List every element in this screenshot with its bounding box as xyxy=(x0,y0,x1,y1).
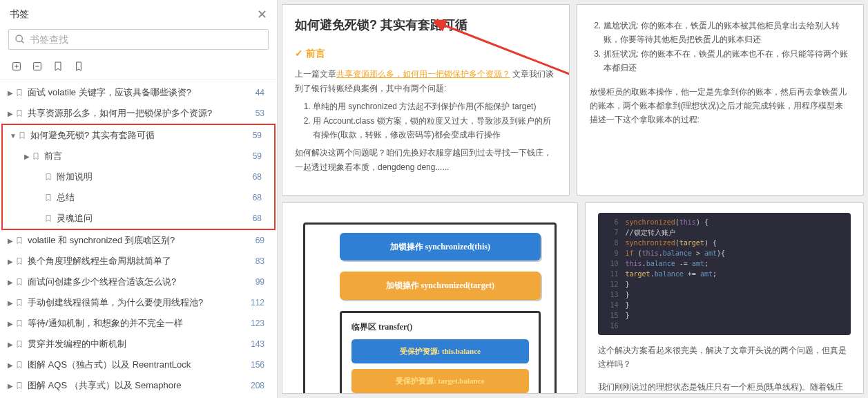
bookmark-item[interactable]: ▶前言59 xyxy=(3,146,274,167)
expand-arrow-icon[interactable]: ▶ xyxy=(7,278,14,286)
code-line: 9 if (this.balance > amt){ xyxy=(605,248,845,258)
search-input[interactable] xyxy=(30,34,262,45)
expand-arrow-icon[interactable]: ▶ xyxy=(7,237,14,245)
resource-this: 受保护资源: this.balance xyxy=(351,339,529,363)
expand-arrow-icon[interactable]: ▶ xyxy=(23,153,30,160)
resource-target: 受保护资源: target.balance xyxy=(351,369,529,393)
code-line: 13 } xyxy=(605,290,845,300)
bookmark-item[interactable]: 灵魂追问68 xyxy=(3,208,274,229)
bookmark-item[interactable]: ▶图解 AQS （共享式）以及 Semaphore208 xyxy=(0,375,277,396)
code-line: 15} xyxy=(605,310,845,321)
code-line: 7 //锁定转入账户 xyxy=(605,227,845,238)
article-panel[interactable]: 如何避免死锁? 其实有套路可循 前言 上一篇文章共享资源那么多，如何用一把锁保护… xyxy=(282,4,570,196)
bookmark-label: 等待/通知机制，和想象的并不完全一样 xyxy=(28,317,183,330)
section-heading: 前言 xyxy=(295,46,557,62)
expand-arrow-icon[interactable]: ▶ xyxy=(7,382,14,390)
highlighted-section: ▼如何避免死锁? 其实有套路可循59▶前言59附加说明68总结68灵魂追问68 xyxy=(1,124,276,230)
expand-arrow-icon[interactable]: ▼ xyxy=(10,132,17,140)
bookmark-icon[interactable] xyxy=(52,61,64,72)
bookmark-page: 143 xyxy=(251,339,269,349)
list-item: 尴尬状况: 你的账本在，铁蛋儿的账本被其他柜员拿出去给别人转账，你要等待其他柜员… xyxy=(604,19,851,47)
bookmark-page: 68 xyxy=(253,214,266,223)
article-para: 我们刚刚说过的理想状态是钱庄只有一个柜员(既单线程)。随着钱庄规模变大，墙上早已… xyxy=(598,380,851,394)
svg-point-0 xyxy=(16,35,22,41)
bookmark-page: 68 xyxy=(253,193,266,202)
bookmark-page: 156 xyxy=(251,360,269,370)
critical-section-box: 临界区 transfer() 受保护资源: this.balance 受保护资源… xyxy=(340,311,541,394)
list-item: 单纯的用 synchronized 方法起不到保护作用(不能保护 target) xyxy=(313,100,557,113)
article-para: 放慢柜员的取账本操作，他一定是先拿到你的账本，然后再去拿铁蛋儿的账本，两个账本都… xyxy=(590,85,851,127)
bookmark-item[interactable]: 总结68 xyxy=(3,187,274,208)
bookmark-item[interactable]: ▶面试 volatile 关键字，应该具备哪些谈资?44 xyxy=(0,82,277,103)
bookmark-item[interactable]: ▶手动创建线程很简单，为什么要使用线程池?112 xyxy=(0,292,277,313)
bookmark-page: 44 xyxy=(255,88,269,97)
critical-title: 临界区 transfer() xyxy=(351,320,529,334)
bookmark-label: 换个角度理解线程生命周期就简单了 xyxy=(28,255,171,267)
list-item: 用 Account.class 锁方案，锁的粒度又过大，导致涉及到账户的所有操作… xyxy=(313,114,557,142)
code-line: 8 synchronized(target) { xyxy=(605,238,845,248)
bookmark-label: 手动创建线程很简单，为什么要使用线程池? xyxy=(28,296,203,309)
list-item: 抓狂状况: 你的账本不在，铁蛋儿的账本也不在，你只能等待两个账本都归还 xyxy=(604,47,851,75)
bookmark-item[interactable]: ▼如何避免死锁? 其实有套路可循59 xyxy=(3,125,274,146)
bookmark-label: 灵魂追问 xyxy=(57,212,93,225)
code-line: 12 } xyxy=(605,279,845,290)
bookmark-list[interactable]: ▶面试 volatile 关键字，应该具备哪些谈资?44▶共享资源那么多，如何用… xyxy=(0,79,277,398)
expand-arrow-icon[interactable]: ▶ xyxy=(7,110,14,117)
search-box[interactable] xyxy=(8,29,269,50)
bookmark-page: 59 xyxy=(253,151,266,161)
remove-bookmark-icon[interactable] xyxy=(32,61,43,72)
code-line: 6synchronized(this) { xyxy=(605,217,845,227)
bookmark-label: 图解 AQS （共享式）以及 Semaphore xyxy=(28,379,182,392)
code-block: 6synchronized(this) {7 //锁定转入账户8 synchro… xyxy=(598,213,851,335)
article-para: 上一篇文章共享资源那么多，如何用一把锁保护多个资源？ 文章我们谈到了银行转账经典… xyxy=(295,67,557,95)
bookmark-label: volatile 和 synchronized 到底啥区别? xyxy=(28,234,175,247)
bookmark-ribbon-icon[interactable] xyxy=(73,61,84,72)
toolbar-icons xyxy=(0,57,277,79)
bookmark-page: 53 xyxy=(255,108,269,118)
bookmark-label: 贯穿并发编程的中断机制 xyxy=(28,338,126,350)
sidebar-header: 书签 ✕ xyxy=(0,0,277,26)
expand-arrow-icon[interactable]: ▶ xyxy=(7,361,14,369)
bookmark-item[interactable]: ▶等待/通知机制，和想象的并不完全一样123 xyxy=(0,313,277,334)
article-para: 如何解决这两个问题呢？咱们先换好衣服穿越回到过去寻找一下钱庄，一起透过现象看本质… xyxy=(295,146,557,174)
bookmark-label: 附加说明 xyxy=(57,171,93,183)
expand-arrow-icon[interactable]: ▶ xyxy=(7,341,14,348)
expand-arrow-icon[interactable]: ▶ xyxy=(7,258,14,265)
bookmark-item[interactable]: ▶图解 AQS（独占式）以及 ReentrantLock156 xyxy=(0,354,277,375)
close-icon[interactable]: ✕ xyxy=(257,7,267,22)
code-line: 14} xyxy=(605,300,845,310)
expand-arrow-icon[interactable]: ▶ xyxy=(7,320,14,328)
bookmark-item[interactable]: ▶贯穿并发编程的中断机制143 xyxy=(0,334,277,354)
article-para: 这个解决方案看起来很完美，解决了文章开头说的两个问题，但真是这样吗？ xyxy=(598,343,851,372)
bookmark-page: 59 xyxy=(253,131,266,140)
bookmark-item[interactable]: ▶volatile 和 synchronized 到底啥区别?69 xyxy=(0,230,277,251)
bookmark-item[interactable]: ▶面试问创建多少个线程合适该怎么说?99 xyxy=(0,272,277,292)
article-list: 单纯的用 synchronized 方法起不到保护作用(不能保护 target)… xyxy=(295,100,557,142)
bookmark-item[interactable]: 附加说明68 xyxy=(3,167,274,187)
bookmark-label: 图解 AQS（独占式）以及 ReentrantLock xyxy=(28,359,191,371)
code-panel[interactable]: 6synchronized(this) {7 //锁定转入账户8 synchro… xyxy=(585,202,865,394)
bookmark-page: 208 xyxy=(251,381,269,390)
bookmark-label: 如何避免死锁? 其实有套路可循 xyxy=(30,129,155,142)
bookmark-item[interactable]: ▶共享资源那么多，如何用一把锁保护多个资源?53 xyxy=(0,103,277,124)
code-line: 11 target.balance += amt; xyxy=(605,269,845,279)
diagram-lock-this: 加锁操作 synchronized(this) xyxy=(340,233,541,260)
code-line: 10 this.balance -= amt; xyxy=(605,258,845,269)
expand-arrow-icon[interactable]: ▶ xyxy=(7,89,14,97)
svg-line-1 xyxy=(21,41,23,43)
expand-arrow-icon[interactable]: ▶ xyxy=(7,299,14,307)
bookmark-item[interactable]: ▶换个角度理解线程生命周期就简单了83 xyxy=(0,251,277,272)
bookmark-page: 83 xyxy=(255,256,269,266)
bookmark-page: 69 xyxy=(255,236,269,245)
search-icon xyxy=(15,34,26,45)
article-link[interactable]: 共享资源那么多，如何用一把锁保护多个资源？ xyxy=(336,69,510,79)
diagram-panel[interactable]: 加锁操作 synchronized(this) 加锁操作 synchronize… xyxy=(282,202,578,394)
explanation-panel[interactable]: 尴尬状况: 你的账本在，铁蛋儿的账本被其他柜员拿出去给别人转账，你要等待其他柜员… xyxy=(577,4,865,196)
lock-diagram: 加锁操作 synchronized(this) 加锁操作 synchronize… xyxy=(303,222,557,394)
add-bookmark-icon[interactable] xyxy=(11,61,22,72)
bookmark-label: 面试 volatile 关键字，应该具备哪些谈资? xyxy=(28,86,191,99)
status-list: 尴尬状况: 你的账本在，铁蛋儿的账本被其他柜员拿出去给别人转账，你要等待其他柜员… xyxy=(590,19,851,75)
article-title: 如何避免死锁? 其实有套路可循 xyxy=(295,15,557,36)
bookmark-page: 123 xyxy=(251,319,269,328)
bookmark-page: 68 xyxy=(253,172,266,182)
